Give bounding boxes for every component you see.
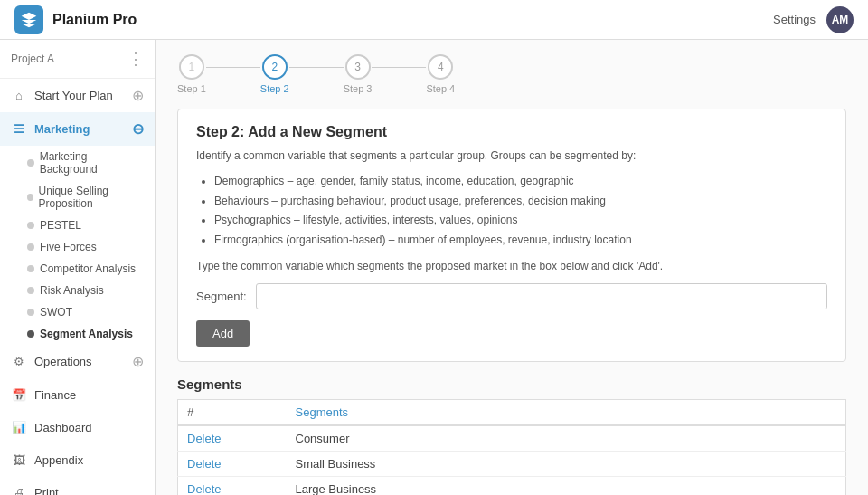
step-2: 2 Step 2 [260,54,289,94]
dot-icon [27,265,34,272]
app-title: Planium Pro [52,12,137,28]
main-card: Step 2: Add a New Segment Identify a com… [177,109,846,362]
sidebar-sub-swot[interactable]: SWOT [27,301,155,323]
sidebar-sub-marketing-background[interactable]: Marketing Background [27,146,155,180]
settings-icon: ⚙ [11,354,27,370]
step-heading: Step 2: Add a New Segment [196,124,827,140]
dot-icon [27,287,34,294]
segment-form: Segment: [196,283,827,309]
bullet-psychographics: Psychographics – lifestyle, activities, … [214,211,827,231]
sidebar-sub-unique-selling[interactable]: Unique Selling Proposition [27,180,155,214]
col-segments: Segments [287,399,846,425]
start-add-icon[interactable]: ⊕ [132,87,144,104]
dot-icon [27,194,33,201]
project-menu-icon[interactable]: ⋮ [127,49,144,69]
segment-cell-2: Small Business [287,451,846,476]
step-1-circle: 1 [179,54,204,80]
delete-cell-3: Delete [178,476,287,495]
table-row: Delete Consumer [178,425,846,452]
header-right: Settings AM [773,6,854,33]
bullet-list: Demographics – age, gender, family statu… [196,172,827,250]
dot-icon [27,243,34,251]
bullet-behaviours: Behaviours – purchasing behaviour, produ… [214,192,827,212]
sidebar-label-appendix: Appendix [34,453,83,467]
sidebar-sub-five-forces[interactable]: Five Forces [27,236,155,258]
dot-icon [27,222,34,229]
segments-table: # Segments Delete Consumer Delete Small … [177,399,846,495]
sidebar-item-marketing[interactable]: ☰ Marketing ⊖ [0,112,155,146]
home-icon: ⌂ [11,88,27,104]
step-1: 1 Step 1 [177,54,206,94]
type-hint: Type the common variable which segments … [196,260,827,272]
segment-cell-3: Large Business [287,476,846,495]
steps-bar: 1 Step 1 2 Step 2 3 Step 3 4 Step 4 [177,54,846,94]
header-left: Planium Pro [14,5,137,34]
sidebar-item-dashboard[interactable]: 📊 Dashboard [0,411,155,443]
appendix-icon: 🖼 [11,452,27,468]
bullet-firmographics: Firmographics (organisation-based) – num… [214,231,827,251]
sidebar-item-operations[interactable]: ⚙ Operations ⊕ [0,345,155,378]
segment-input[interactable] [256,283,827,309]
avatar: AM [826,6,854,33]
main-content: 1 Step 1 2 Step 2 3 Step 3 4 Step 4 Step… [156,40,868,495]
calendar-icon: 📅 [11,386,27,403]
delete-link-2[interactable]: Delete [187,457,222,471]
delete-cell-1: Delete [178,425,287,452]
sidebar-item-appendix[interactable]: 🖼 Appendix [0,443,155,476]
sidebar-label-start: Start Your Plan [34,89,113,102]
table-row: Delete Small Business [178,451,846,476]
delete-link-1[interactable]: Delete [187,432,222,445]
settings-link[interactable]: Settings [773,13,816,26]
print-icon: 🖨 [11,484,27,495]
step-1-label: Step 1 [177,83,206,94]
bullet-demographics: Demographics – age, gender, family statu… [214,172,827,192]
layout: Project A ⋮ ⌂ Start Your Plan ⊕ ☰ Market… [0,40,868,495]
sidebar-label-operations: Operations [34,355,92,368]
segment-cell-1: Consumer [287,425,846,452]
sidebar-sub-competitor-analysis[interactable]: Competitor Analysis [27,258,155,280]
step-4-label: Step 4 [426,83,455,94]
sidebar-sub-pestel[interactable]: PESTEL [27,214,155,236]
step-4-circle: 4 [428,54,453,80]
step-3: 3 Step 3 [344,54,373,94]
sidebar-sub-segment-analysis[interactable]: Segment Analysis [27,323,155,345]
sidebar-project: Project A ⋮ [0,40,155,79]
delete-cell-2: Delete [178,451,287,476]
dot-icon [27,309,34,316]
step-connector-1 [206,67,260,68]
sidebar-label-dashboard: Dashboard [34,421,92,434]
add-button[interactable]: Add [196,320,250,347]
logo [14,5,43,34]
step-4: 4 Step 4 [426,54,455,94]
step-3-circle: 3 [345,54,371,80]
sidebar-item-finance[interactable]: 📅 Finance [0,378,155,411]
sidebar-label-print: Print [34,486,59,496]
step-connector-2 [289,67,344,68]
sidebar-item-start-your-plan[interactable]: ⌂ Start Your Plan ⊕ [0,79,155,112]
step-connector-3 [372,67,426,68]
step-3-label: Step 3 [344,83,373,94]
sidebar-item-print[interactable]: 🖨 Print [0,476,155,495]
step-2-label: Step 2 [260,83,289,94]
dot-icon-active [27,330,34,338]
sidebar-label-finance: Finance [34,388,76,402]
col-number: # [178,399,287,425]
project-label: Project A [11,52,54,65]
marketing-remove-icon[interactable]: ⊖ [132,120,144,138]
segments-heading: Segments [177,376,846,392]
table-row: Delete Large Business [178,476,846,495]
dot-icon [27,159,34,167]
sidebar-sub-risk-analysis[interactable]: Risk Analysis [27,280,155,301]
list-icon: ☰ [11,121,27,138]
intro-text: Identify a common variable that segments… [196,148,827,165]
dashboard-icon: 📊 [11,419,27,435]
marketing-sub-menu: Marketing Background Unique Selling Prop… [0,146,155,345]
sidebar-label-marketing: Marketing [34,122,90,136]
sidebar: Project A ⋮ ⌂ Start Your Plan ⊕ ☰ Market… [0,40,156,495]
operations-add-icon[interactable]: ⊕ [132,353,144,370]
delete-link-3[interactable]: Delete [187,482,222,495]
step-2-circle: 2 [262,54,288,80]
segment-label: Segment: [196,290,247,303]
header: Planium Pro Settings AM [0,0,868,40]
